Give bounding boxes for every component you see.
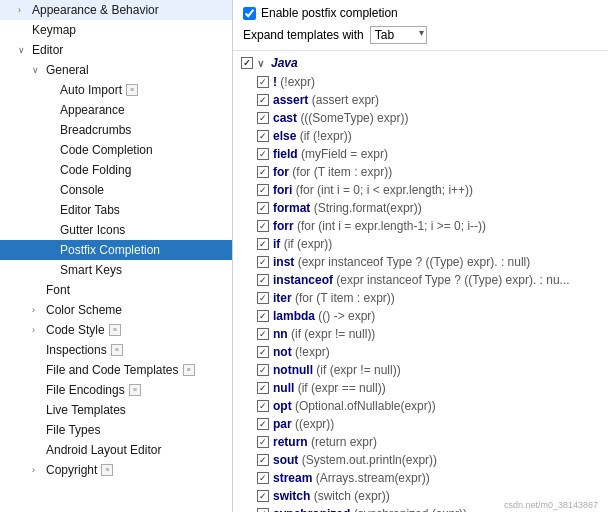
template-item[interactable]: iter (for (T item : expr)) (233, 289, 608, 307)
page-icon-copyright: ≡ (101, 464, 113, 476)
page-icon-inspections: ≡ (111, 344, 123, 356)
sidebar-item-code-folding[interactable]: Code Folding (0, 160, 232, 180)
template-checkbox[interactable] (257, 274, 269, 286)
template-item[interactable]: notnull (if (expr != null)) (233, 361, 608, 379)
page-icon-auto-import: ≡ (126, 84, 138, 96)
template-checkbox[interactable] (257, 148, 269, 160)
template-item[interactable]: sout (System.out.println(expr)) (233, 451, 608, 469)
template-item[interactable]: assert (assert expr) (233, 91, 608, 109)
template-text: if (if (expr)) (273, 237, 332, 251)
sidebar-item-color-scheme[interactable]: › Color Scheme (0, 300, 232, 320)
template-checkbox[interactable] (257, 346, 269, 358)
sidebar-item-editor[interactable]: ∨ Editor (0, 40, 232, 60)
sidebar-item-general[interactable]: ∨ General (0, 60, 232, 80)
template-checkbox[interactable] (257, 490, 269, 502)
template-text: instanceof (expr instanceof Type ? ((Typ… (273, 273, 570, 287)
template-checkbox[interactable] (257, 508, 269, 512)
template-item[interactable]: switch (switch (expr)) (233, 487, 608, 505)
sidebar-item-smart-keys[interactable]: Smart Keys (0, 260, 232, 280)
template-item[interactable]: opt (Optional.ofNullable(expr)) (233, 397, 608, 415)
template-item[interactable]: for (for (T item : expr)) (233, 163, 608, 181)
sidebar-item-postfix-completion[interactable]: Postfix Completion (0, 240, 232, 260)
expand-select-wrap[interactable]: Tab Space Enter (370, 26, 427, 44)
java-checkbox[interactable] (241, 57, 253, 69)
sidebar-item-file-types[interactable]: File Types (0, 420, 232, 440)
template-item[interactable]: format (String.format(expr)) (233, 199, 608, 217)
enable-checkbox[interactable] (243, 7, 256, 20)
sidebar-item-gutter-icons[interactable]: Gutter Icons (0, 220, 232, 240)
java-chevron: ∨ (257, 58, 267, 69)
template-checkbox[interactable] (257, 328, 269, 340)
page-icon-code-style: ≡ (109, 324, 121, 336)
sidebar-item-auto-import[interactable]: Auto Import ≡ (0, 80, 232, 100)
template-checkbox[interactable] (257, 436, 269, 448)
template-checkbox[interactable] (257, 310, 269, 322)
sidebar-item-code-style[interactable]: › Code Style ≡ (0, 320, 232, 340)
sidebar-item-code-completion[interactable]: Code Completion (0, 140, 232, 160)
template-item[interactable]: synchronized (synchronized (expr)) (233, 505, 608, 512)
template-checkbox[interactable] (257, 220, 269, 232)
template-item[interactable]: not (!expr) (233, 343, 608, 361)
chevron-down-icon2: ∨ (32, 65, 42, 75)
sidebar-item-live-templates[interactable]: Live Templates (0, 400, 232, 420)
page-icon-file-code: ≡ (183, 364, 195, 376)
template-checkbox[interactable] (257, 472, 269, 484)
template-item[interactable]: if (if (expr)) (233, 235, 608, 253)
template-checkbox[interactable] (257, 166, 269, 178)
template-text: inst (expr instanceof Type ? ((Type) exp… (273, 255, 530, 269)
template-text: else (if (!expr)) (273, 129, 352, 143)
template-text: notnull (if (expr != null)) (273, 363, 401, 377)
template-checkbox[interactable] (257, 454, 269, 466)
template-checkbox[interactable] (257, 382, 269, 394)
template-text: not (!expr) (273, 345, 330, 359)
right-panel: Enable postfix completion Expand templat… (233, 0, 608, 512)
template-item[interactable]: cast (((SomeType) expr)) (233, 109, 608, 127)
sidebar-item-inspections[interactable]: Inspections ≡ (0, 340, 232, 360)
template-item[interactable]: else (if (!expr)) (233, 127, 608, 145)
enable-row: Enable postfix completion (243, 6, 598, 20)
template-item[interactable]: ! (!expr) (233, 73, 608, 91)
expand-select[interactable]: Tab Space Enter (370, 26, 427, 44)
template-checkbox[interactable] (257, 364, 269, 376)
enable-label[interactable]: Enable postfix completion (261, 6, 398, 20)
template-checkbox[interactable] (257, 112, 269, 124)
template-item[interactable]: nn (if (expr != null)) (233, 325, 608, 343)
template-item[interactable]: inst (expr instanceof Type ? ((Type) exp… (233, 253, 608, 271)
template-checkbox[interactable] (257, 418, 269, 430)
template-text: switch (switch (expr)) (273, 489, 390, 503)
sidebar-item-editor-tabs[interactable]: Editor Tabs (0, 200, 232, 220)
template-item[interactable]: fori (for (int i = 0; i < expr.length; i… (233, 181, 608, 199)
template-item[interactable]: field (myField = expr) (233, 145, 608, 163)
sidebar-item-file-and-code-templates[interactable]: File and Code Templates ≡ (0, 360, 232, 380)
sidebar-item-copyright[interactable]: › Copyright ≡ (0, 460, 232, 480)
java-section-header[interactable]: ∨ Java (233, 53, 608, 73)
template-checkbox[interactable] (257, 256, 269, 268)
template-item[interactable]: lambda (() -> expr) (233, 307, 608, 325)
sidebar-item-appearance-behavior[interactable]: › Appearance & Behavior (0, 0, 232, 20)
template-item[interactable]: null (if (expr == null)) (233, 379, 608, 397)
sidebar-item-console[interactable]: Console (0, 180, 232, 200)
template-checkbox[interactable] (257, 184, 269, 196)
sidebar-item-android-layout-editor[interactable]: Android Layout Editor (0, 440, 232, 460)
template-text: null (if (expr == null)) (273, 381, 386, 395)
template-checkbox[interactable] (257, 292, 269, 304)
template-item[interactable]: stream (Arrays.stream(expr)) (233, 469, 608, 487)
sidebar-item-appearance[interactable]: Appearance (0, 100, 232, 120)
sidebar-item-breadcrumbs[interactable]: Breadcrumbs (0, 120, 232, 140)
template-checkbox[interactable] (257, 76, 269, 88)
template-item[interactable]: instanceof (expr instanceof Type ? ((Typ… (233, 271, 608, 289)
template-item[interactable]: forr (for (int i = expr.length-1; i >= 0… (233, 217, 608, 235)
expand-label: Expand templates with (243, 28, 364, 42)
template-item[interactable]: return (return expr) (233, 433, 608, 451)
template-text: field (myField = expr) (273, 147, 388, 161)
sidebar-item-font[interactable]: Font (0, 280, 232, 300)
sidebar-item-file-encodings[interactable]: File Encodings ≡ (0, 380, 232, 400)
template-checkbox[interactable] (257, 400, 269, 412)
template-text: for (for (T item : expr)) (273, 165, 392, 179)
template-checkbox[interactable] (257, 238, 269, 250)
template-checkbox[interactable] (257, 94, 269, 106)
template-checkbox[interactable] (257, 202, 269, 214)
sidebar-item-keymap[interactable]: Keymap (0, 20, 232, 40)
template-checkbox[interactable] (257, 130, 269, 142)
template-item[interactable]: par ((expr)) (233, 415, 608, 433)
